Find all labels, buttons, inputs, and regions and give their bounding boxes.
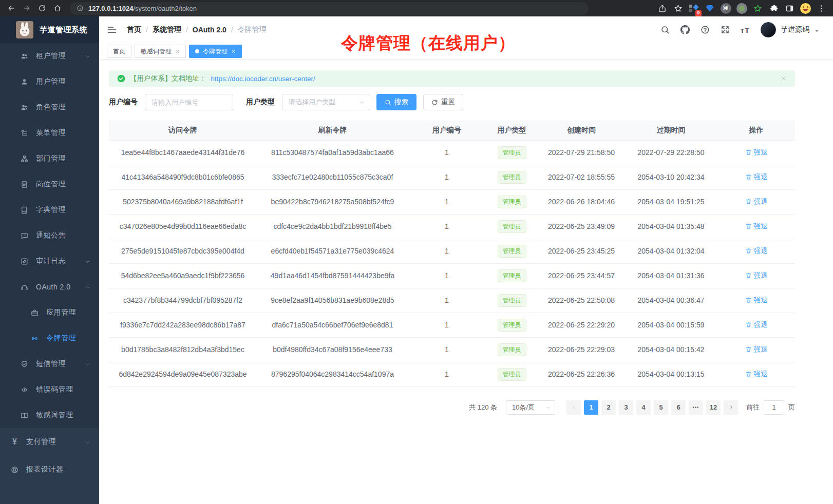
next-page-button[interactable] bbox=[724, 400, 738, 415]
sidebar-item[interactable]: 报表设计器 bbox=[0, 456, 99, 483]
green-star-extension-icon[interactable] bbox=[751, 2, 764, 15]
user-id-cell: 1 bbox=[408, 362, 485, 386]
sidebar-item-active[interactable]: 令牌管理 bbox=[0, 325, 99, 351]
bookmark-star-extension-icon[interactable] bbox=[671, 2, 685, 15]
reload-icon[interactable] bbox=[38, 4, 46, 12]
question-icon[interactable] bbox=[701, 25, 710, 34]
pager-more[interactable]: ••• bbox=[689, 400, 703, 415]
pager-page-3[interactable]: 3 bbox=[619, 400, 633, 415]
page-size-select[interactable]: 10条/页 bbox=[506, 400, 555, 415]
refresh-token-cell: 811c530487574fa0af1a59d3abc1aa66 bbox=[257, 140, 408, 165]
close-icon[interactable] bbox=[175, 49, 180, 54]
search-button[interactable]: 搜索 bbox=[376, 94, 416, 110]
sidebar-item[interactable]: 字典管理 bbox=[0, 197, 99, 223]
sidebar-item[interactable]: 用户管理 bbox=[0, 69, 99, 94]
user-id-input[interactable] bbox=[145, 94, 233, 110]
record-extension-icon[interactable] bbox=[735, 2, 748, 15]
user-type-tag: 管理员 bbox=[498, 220, 526, 233]
share-extension-icon[interactable] bbox=[655, 2, 669, 15]
force-logout-link[interactable]: 强退 bbox=[745, 172, 768, 182]
pager-page-12[interactable]: 12 bbox=[706, 400, 721, 415]
sidebar-item[interactable]: 应用管理 bbox=[0, 300, 99, 325]
force-logout-link[interactable]: 强退 bbox=[745, 320, 768, 329]
breadcrumb-item[interactable]: 系统管理 bbox=[153, 25, 181, 34]
breadcrumb-item[interactable]: 首页 bbox=[127, 25, 141, 34]
side-panel-extension-icon[interactable] bbox=[783, 2, 796, 15]
kebab-extension-icon[interactable] bbox=[815, 2, 828, 15]
tab-item[interactable]: 敏感词管理 bbox=[135, 45, 186, 58]
force-logout-link[interactable]: 强退 bbox=[745, 148, 768, 157]
font-size-icon[interactable]: тT bbox=[741, 25, 750, 34]
pager-page-4[interactable]: 4 bbox=[636, 400, 651, 415]
sidebar-item[interactable]: 部门管理 bbox=[0, 146, 99, 171]
breadcrumb-item[interactable]: OAuth 2.0 bbox=[193, 26, 226, 34]
sidebar-item[interactable]: 敏感词管理 bbox=[0, 402, 99, 428]
access-token-cell: b0d1785bc3a8482f812db4a3f3bd15ec bbox=[109, 337, 257, 362]
user-id-cell: 1 bbox=[408, 313, 485, 337]
search-button-label: 搜索 bbox=[394, 98, 408, 107]
emoji-extension-icon[interactable] bbox=[799, 2, 812, 15]
close-icon[interactable] bbox=[231, 49, 236, 54]
fullscreen-icon[interactable] bbox=[721, 25, 730, 34]
back-icon[interactable] bbox=[7, 4, 15, 12]
column-header: 访问令牌 bbox=[109, 121, 257, 140]
table-row: 54d6be82ee5a460a9aedc1f9bf22365649d1aa46… bbox=[109, 263, 795, 288]
user-type-select[interactable]: 请选择用户类型 bbox=[282, 94, 370, 110]
pager-page-6[interactable]: 6 bbox=[671, 400, 686, 415]
doc-link[interactable]: https://doc.iocoder.cn/user-center/ bbox=[211, 75, 315, 83]
alert-close-icon[interactable] bbox=[781, 75, 787, 82]
sidebar-item[interactable]: 短信管理 bbox=[0, 351, 99, 377]
gem-extension-icon[interactable] bbox=[703, 2, 716, 15]
sidebar-item[interactable]: 错误码管理 bbox=[0, 377, 99, 402]
force-logout-link[interactable]: 强退 bbox=[745, 246, 768, 256]
reset-button[interactable]: 重置 bbox=[423, 94, 463, 110]
table-row: 275e5de9151045fe87cbdc395e004f4de6cfd40e… bbox=[109, 239, 795, 263]
user-menu[interactable]: 芋道源码 bbox=[761, 22, 820, 37]
goto-page-input[interactable] bbox=[764, 400, 784, 415]
force-logout-link[interactable]: 强退 bbox=[745, 271, 768, 280]
user-id-cell: 1 bbox=[408, 239, 485, 263]
search-icon[interactable] bbox=[660, 25, 670, 34]
pager-page-5[interactable]: 5 bbox=[654, 400, 668, 415]
address-bar[interactable]: 127.0.0.1:1024/system/oauth2/token bbox=[70, 2, 589, 15]
force-logout-link[interactable]: 强退 bbox=[745, 197, 768, 206]
chevron-down-icon bbox=[359, 100, 365, 105]
puzzle-extension-icon[interactable] bbox=[767, 2, 780, 15]
pager-page-1[interactable]: 1 bbox=[584, 400, 598, 415]
sidebar-item[interactable]: ¥支付管理 bbox=[0, 428, 99, 456]
home-icon[interactable] bbox=[53, 4, 62, 12]
command-extension-icon[interactable]: ⌘ bbox=[719, 2, 732, 15]
chevron-down-icon bbox=[85, 361, 90, 367]
user-id-cell: 1 bbox=[408, 337, 485, 362]
force-logout-label: 强退 bbox=[754, 320, 768, 329]
app-title: 芋道管理系统 bbox=[40, 25, 87, 35]
sidebar-logo[interactable]: 芋道管理系统 bbox=[0, 16, 99, 43]
column-header: 用户类型 bbox=[485, 121, 538, 140]
hamburger-icon[interactable] bbox=[107, 25, 117, 35]
pager-page-2[interactable]: 2 bbox=[601, 400, 616, 415]
forward-icon[interactable] bbox=[23, 4, 31, 12]
blocks-extension-icon[interactable]: 9 bbox=[687, 2, 701, 15]
site-info-icon[interactable] bbox=[77, 5, 84, 12]
tab-item[interactable]: 首页 bbox=[107, 45, 131, 58]
user-id-cell: 1 bbox=[408, 214, 485, 239]
browser-extensions: 9⌘ bbox=[655, 2, 828, 15]
sidebar-item[interactable]: 审计日志 bbox=[0, 248, 99, 274]
sidebar-item[interactable]: OAuth 2.0 bbox=[0, 274, 99, 300]
sidebar-item[interactable]: 岗位管理 bbox=[0, 171, 99, 197]
table-row: 502375b8040a469a9b82188afdf6af1fbe90422b… bbox=[109, 189, 795, 214]
sidebar-item[interactable]: 通知公告 bbox=[0, 223, 99, 248]
prev-page-button[interactable] bbox=[566, 400, 581, 415]
force-logout-link[interactable]: 强退 bbox=[745, 345, 768, 354]
github-icon[interactable] bbox=[680, 25, 690, 34]
sidebar-item[interactable]: 菜单管理 bbox=[0, 120, 99, 146]
active-tab-dot bbox=[195, 49, 199, 53]
force-logout-link[interactable]: 强退 bbox=[745, 370, 768, 379]
avatar[interactable] bbox=[761, 22, 776, 37]
tab-active[interactable]: 令牌管理 bbox=[189, 45, 242, 58]
trash-icon bbox=[745, 346, 752, 353]
force-logout-link[interactable]: 强退 bbox=[745, 296, 768, 305]
sidebar-item[interactable]: 角色管理 bbox=[0, 94, 99, 120]
force-logout-link[interactable]: 强退 bbox=[745, 222, 768, 231]
sidebar-item[interactable]: 租户管理 bbox=[0, 43, 99, 69]
